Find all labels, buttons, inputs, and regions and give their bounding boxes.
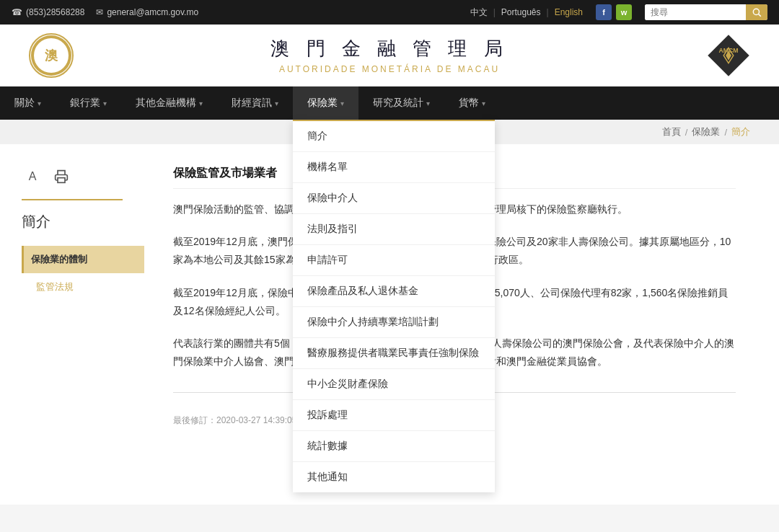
email-icon: ✉ <box>96 7 103 17</box>
dropdown-item-9[interactable]: 投訴處理 <box>293 400 495 431</box>
sidebar-menu: 保險業的體制 監管法規 <box>22 246 144 301</box>
breadcrumb-sep-1: / <box>685 127 688 138</box>
top-bar: ☎ (853)28568288 ✉ general@amcm.gov.mo 中文… <box>0 0 779 25</box>
nav-about[interactable]: 關於 ▾ <box>0 87 56 120</box>
dropdown-item-10[interactable]: 統計數據 <box>293 431 495 462</box>
contact-info: ☎ (853)28568288 ✉ general@amcm.gov.mo <box>12 7 198 17</box>
title-zh: 澳 門 金 融 管 理 局 <box>270 36 508 61</box>
header: 澳 澳 門 金 融 管 理 局 AUTORIDADE MONETÁRIA DE … <box>0 25 779 87</box>
phone-icon: ☎ <box>12 7 22 17</box>
title-en: AUTORIDADE MONETÁRIA DE MACAU <box>270 64 508 74</box>
nav-banking-label: 銀行業 <box>70 97 100 110</box>
header-title: 澳 門 金 融 管 理 局 AUTORIDADE MONETÁRIA DE MA… <box>270 36 508 74</box>
nav-currency-label: 貨幣 <box>459 97 479 110</box>
sidebar-icons: A <box>22 166 144 187</box>
nav-research[interactable]: 研究及統計 ▾ <box>358 87 444 120</box>
nav-bar: 關於 ▾ 銀行業 ▾ 其他金融機構 ▾ 財經資訊 ▾ 保險業 ▾ 簡介 機構名單… <box>0 87 779 120</box>
nav-research-arrow: ▾ <box>426 99 430 107</box>
print-icon[interactable] <box>50 166 72 187</box>
dropdown-item-5[interactable]: 保險產品及私人退休基金 <box>293 276 495 307</box>
lang-sep-1: | <box>493 7 496 17</box>
phone-number: (853)28568288 <box>26 7 84 17</box>
search-box[interactable] <box>645 4 767 20</box>
font-size-icon[interactable]: A <box>22 166 43 187</box>
printer-icon <box>54 169 69 184</box>
nav-insurance[interactable]: 保險業 ▾ <box>293 87 358 120</box>
nav-banking-arrow: ▾ <box>103 99 107 107</box>
social-icons: f w <box>596 4 632 20</box>
sidebar-divider <box>22 199 123 200</box>
macao-logo: 澳 <box>29 33 74 78</box>
search-button[interactable] <box>746 4 767 20</box>
sidebar: A 簡介 保險業的體制 監管法規 <box>0 144 144 505</box>
breadcrumb-sep-2: / <box>724 127 727 138</box>
last-modified-label: 最後修訂： <box>173 415 216 425</box>
dropdown-item-7[interactable]: 醫療服務提供者職業民事責任強制保險 <box>293 338 495 369</box>
nav-banking[interactable]: 銀行業 ▾ <box>56 87 121 120</box>
nav-insurance-label: 保險業 <box>307 97 338 110</box>
lang-zh[interactable]: 中文 <box>470 6 488 19</box>
nav-about-arrow: ▾ <box>38 99 41 107</box>
dropdown-item-3[interactable]: 法則及指引 <box>293 214 495 245</box>
breadcrumb-section[interactable]: 保險業 <box>692 125 720 138</box>
nav-other-financial-arrow: ▾ <box>199 99 203 107</box>
nav-other-financial-label: 其他金融機構 <box>136 97 196 110</box>
sidebar-item-insurance-system[interactable]: 保險業的體制 <box>22 246 144 273</box>
phone-item: ☎ (853)28568288 <box>12 7 84 17</box>
search-icon <box>752 7 762 17</box>
breadcrumb-current: 簡介 <box>731 125 750 138</box>
nav-insurance-container: 保險業 ▾ 簡介 機構名單 保險中介人 法則及指引 申請許可 保險產品及私人退休… <box>293 87 358 120</box>
lang-sep-2: | <box>547 7 549 17</box>
wechat-icon[interactable]: w <box>616 4 632 20</box>
nav-insurance-arrow: ▾ <box>340 99 344 107</box>
amcm-diamond-logo: AMCM <box>707 33 750 78</box>
lang-pt[interactable]: Português <box>501 7 541 17</box>
nav-financial-info[interactable]: 財經資訊 ▾ <box>217 87 293 120</box>
nav-financial-info-arrow: ▾ <box>275 99 278 107</box>
sidebar-title: 簡介 <box>22 212 144 231</box>
svg-point-0 <box>753 9 759 14</box>
amcm-logo: AMCM <box>707 34 750 77</box>
email-item: ✉ general@amcm.gov.mo <box>96 7 198 17</box>
svg-rect-9 <box>58 178 65 183</box>
nav-currency[interactable]: 貨幣 ▾ <box>444 87 500 120</box>
nav-about-label: 關於 <box>14 97 35 110</box>
dropdown-item-8[interactable]: 中小企災財產保險 <box>293 369 495 400</box>
breadcrumb-home[interactable]: 首頁 <box>662 125 681 138</box>
dropdown-item-0[interactable]: 簡介 <box>293 121 495 152</box>
insurance-dropdown: 簡介 機構名單 保險中介人 法則及指引 申請許可 保險產品及私人退休基金 保險中… <box>293 120 495 492</box>
nav-currency-arrow: ▾ <box>482 99 485 107</box>
dropdown-item-6[interactable]: 保險中介人持續專業培訓計劃 <box>293 307 495 338</box>
last-modified-date: 2020-03-27 14:39:05 <box>216 415 296 425</box>
lang-en[interactable]: English <box>555 7 583 17</box>
dropdown-item-4[interactable]: 申請許可 <box>293 245 495 276</box>
language-section: 中文 | Português | English f w <box>470 4 767 20</box>
dropdown-item-1[interactable]: 機構名單 <box>293 152 495 183</box>
svg-text:澳: 澳 <box>45 48 58 63</box>
svg-line-1 <box>759 14 761 17</box>
nav-financial-info-label: 財經資訊 <box>232 97 272 110</box>
nav-other-financial[interactable]: 其他金融機構 ▾ <box>121 87 217 120</box>
macao-emblem: 澳 <box>31 35 71 76</box>
dropdown-item-2[interactable]: 保險中介人 <box>293 183 495 214</box>
facebook-icon[interactable]: f <box>596 4 612 20</box>
dropdown-item-11[interactable]: 其他通知 <box>293 462 495 492</box>
email-address: general@amcm.gov.mo <box>107 7 198 17</box>
search-input[interactable] <box>645 4 746 20</box>
sidebar-item-regulations[interactable]: 監管法規 <box>22 273 144 301</box>
nav-research-label: 研究及統計 <box>373 97 423 110</box>
